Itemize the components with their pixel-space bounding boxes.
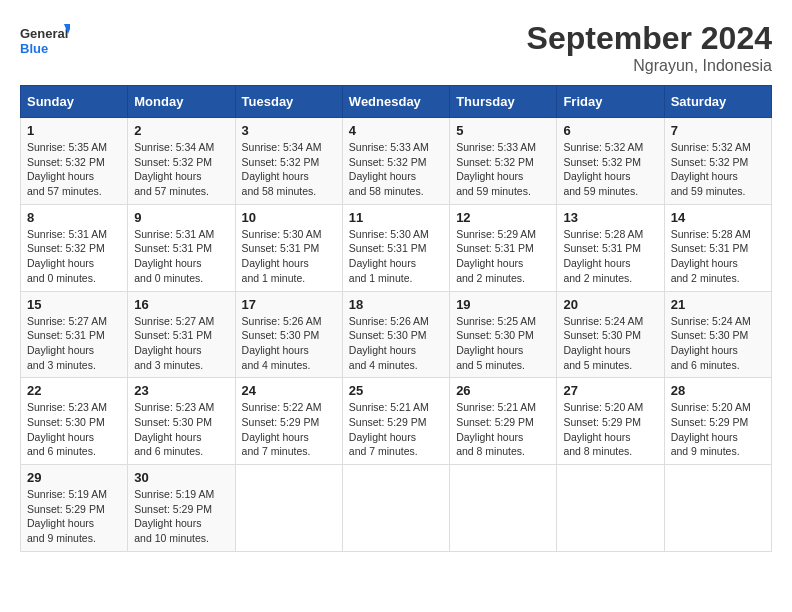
day-number: 18 xyxy=(349,297,443,312)
day-info: Sunrise: 5:24 AMSunset: 5:30 PMDaylight … xyxy=(671,314,765,373)
calendar-cell: 25 Sunrise: 5:21 AMSunset: 5:29 PMDaylig… xyxy=(342,378,449,465)
day-info: Sunrise: 5:21 AMSunset: 5:29 PMDaylight … xyxy=(349,400,443,459)
day-number: 26 xyxy=(456,383,550,398)
week-row-5: 29 Sunrise: 5:19 AMSunset: 5:29 PMDaylig… xyxy=(21,465,772,552)
header-day-monday: Monday xyxy=(128,86,235,118)
calendar-cell: 3 Sunrise: 5:34 AMSunset: 5:32 PMDayligh… xyxy=(235,118,342,205)
day-info: Sunrise: 5:32 AMSunset: 5:32 PMDaylight … xyxy=(563,140,657,199)
header-row: SundayMondayTuesdayWednesdayThursdayFrid… xyxy=(21,86,772,118)
calendar-cell: 13 Sunrise: 5:28 AMSunset: 5:31 PMDaylig… xyxy=(557,204,664,291)
day-number: 1 xyxy=(27,123,121,138)
day-info: Sunrise: 5:30 AMSunset: 5:31 PMDaylight … xyxy=(242,227,336,286)
calendar-cell: 19 Sunrise: 5:25 AMSunset: 5:30 PMDaylig… xyxy=(450,291,557,378)
calendar-cell xyxy=(342,465,449,552)
day-number: 7 xyxy=(671,123,765,138)
header-day-friday: Friday xyxy=(557,86,664,118)
logo-icon: General Blue xyxy=(20,20,70,60)
calendar-cell: 22 Sunrise: 5:23 AMSunset: 5:30 PMDaylig… xyxy=(21,378,128,465)
day-info: Sunrise: 5:19 AMSunset: 5:29 PMDaylight … xyxy=(134,487,228,546)
calendar-cell: 7 Sunrise: 5:32 AMSunset: 5:32 PMDayligh… xyxy=(664,118,771,205)
day-number: 13 xyxy=(563,210,657,225)
calendar-cell: 4 Sunrise: 5:33 AMSunset: 5:32 PMDayligh… xyxy=(342,118,449,205)
day-number: 17 xyxy=(242,297,336,312)
day-info: Sunrise: 5:33 AMSunset: 5:32 PMDaylight … xyxy=(456,140,550,199)
day-number: 27 xyxy=(563,383,657,398)
calendar-cell: 15 Sunrise: 5:27 AMSunset: 5:31 PMDaylig… xyxy=(21,291,128,378)
day-number: 5 xyxy=(456,123,550,138)
day-number: 28 xyxy=(671,383,765,398)
calendar-cell: 12 Sunrise: 5:29 AMSunset: 5:31 PMDaylig… xyxy=(450,204,557,291)
calendar-cell xyxy=(450,465,557,552)
day-info: Sunrise: 5:24 AMSunset: 5:30 PMDaylight … xyxy=(563,314,657,373)
day-info: Sunrise: 5:34 AMSunset: 5:32 PMDaylight … xyxy=(242,140,336,199)
calendar-cell: 26 Sunrise: 5:21 AMSunset: 5:29 PMDaylig… xyxy=(450,378,557,465)
day-info: Sunrise: 5:25 AMSunset: 5:30 PMDaylight … xyxy=(456,314,550,373)
day-info: Sunrise: 5:26 AMSunset: 5:30 PMDaylight … xyxy=(242,314,336,373)
week-row-3: 15 Sunrise: 5:27 AMSunset: 5:31 PMDaylig… xyxy=(21,291,772,378)
day-number: 29 xyxy=(27,470,121,485)
calendar-table: SundayMondayTuesdayWednesdayThursdayFrid… xyxy=(20,85,772,552)
day-info: Sunrise: 5:26 AMSunset: 5:30 PMDaylight … xyxy=(349,314,443,373)
month-title: September 2024 xyxy=(527,20,772,57)
week-row-1: 1 Sunrise: 5:35 AMSunset: 5:32 PMDayligh… xyxy=(21,118,772,205)
calendar-cell: 16 Sunrise: 5:27 AMSunset: 5:31 PMDaylig… xyxy=(128,291,235,378)
header-day-sunday: Sunday xyxy=(21,86,128,118)
day-number: 23 xyxy=(134,383,228,398)
calendar-cell: 14 Sunrise: 5:28 AMSunset: 5:31 PMDaylig… xyxy=(664,204,771,291)
calendar-cell: 27 Sunrise: 5:20 AMSunset: 5:29 PMDaylig… xyxy=(557,378,664,465)
day-info: Sunrise: 5:28 AMSunset: 5:31 PMDaylight … xyxy=(563,227,657,286)
day-number: 16 xyxy=(134,297,228,312)
day-number: 10 xyxy=(242,210,336,225)
header-day-thursday: Thursday xyxy=(450,86,557,118)
day-info: Sunrise: 5:32 AMSunset: 5:32 PMDaylight … xyxy=(671,140,765,199)
day-info: Sunrise: 5:27 AMSunset: 5:31 PMDaylight … xyxy=(134,314,228,373)
day-number: 2 xyxy=(134,123,228,138)
calendar-cell: 29 Sunrise: 5:19 AMSunset: 5:29 PMDaylig… xyxy=(21,465,128,552)
day-info: Sunrise: 5:33 AMSunset: 5:32 PMDaylight … xyxy=(349,140,443,199)
day-info: Sunrise: 5:21 AMSunset: 5:29 PMDaylight … xyxy=(456,400,550,459)
day-number: 22 xyxy=(27,383,121,398)
calendar-cell: 18 Sunrise: 5:26 AMSunset: 5:30 PMDaylig… xyxy=(342,291,449,378)
svg-text:General: General xyxy=(20,26,68,41)
calendar-cell: 11 Sunrise: 5:30 AMSunset: 5:31 PMDaylig… xyxy=(342,204,449,291)
day-info: Sunrise: 5:28 AMSunset: 5:31 PMDaylight … xyxy=(671,227,765,286)
day-info: Sunrise: 5:31 AMSunset: 5:31 PMDaylight … xyxy=(134,227,228,286)
calendar-cell: 30 Sunrise: 5:19 AMSunset: 5:29 PMDaylig… xyxy=(128,465,235,552)
day-info: Sunrise: 5:29 AMSunset: 5:31 PMDaylight … xyxy=(456,227,550,286)
day-number: 19 xyxy=(456,297,550,312)
calendar-cell: 17 Sunrise: 5:26 AMSunset: 5:30 PMDaylig… xyxy=(235,291,342,378)
day-number: 30 xyxy=(134,470,228,485)
calendar-cell: 9 Sunrise: 5:31 AMSunset: 5:31 PMDayligh… xyxy=(128,204,235,291)
day-info: Sunrise: 5:30 AMSunset: 5:31 PMDaylight … xyxy=(349,227,443,286)
day-number: 6 xyxy=(563,123,657,138)
day-number: 3 xyxy=(242,123,336,138)
day-info: Sunrise: 5:19 AMSunset: 5:29 PMDaylight … xyxy=(27,487,121,546)
day-info: Sunrise: 5:23 AMSunset: 5:30 PMDaylight … xyxy=(134,400,228,459)
day-info: Sunrise: 5:35 AMSunset: 5:32 PMDaylight … xyxy=(27,140,121,199)
day-number: 8 xyxy=(27,210,121,225)
calendar-cell xyxy=(235,465,342,552)
day-info: Sunrise: 5:20 AMSunset: 5:29 PMDaylight … xyxy=(563,400,657,459)
page-header: General Blue September 2024 Ngrayun, Ind… xyxy=(20,20,772,75)
day-number: 11 xyxy=(349,210,443,225)
calendar-cell: 1 Sunrise: 5:35 AMSunset: 5:32 PMDayligh… xyxy=(21,118,128,205)
day-info: Sunrise: 5:31 AMSunset: 5:32 PMDaylight … xyxy=(27,227,121,286)
calendar-cell: 24 Sunrise: 5:22 AMSunset: 5:29 PMDaylig… xyxy=(235,378,342,465)
day-number: 12 xyxy=(456,210,550,225)
day-info: Sunrise: 5:27 AMSunset: 5:31 PMDaylight … xyxy=(27,314,121,373)
calendar-cell: 20 Sunrise: 5:24 AMSunset: 5:30 PMDaylig… xyxy=(557,291,664,378)
header-day-saturday: Saturday xyxy=(664,86,771,118)
logo: General Blue xyxy=(20,20,70,60)
day-number: 15 xyxy=(27,297,121,312)
header-day-tuesday: Tuesday xyxy=(235,86,342,118)
day-info: Sunrise: 5:22 AMSunset: 5:29 PMDaylight … xyxy=(242,400,336,459)
week-row-2: 8 Sunrise: 5:31 AMSunset: 5:32 PMDayligh… xyxy=(21,204,772,291)
day-number: 21 xyxy=(671,297,765,312)
calendar-cell: 21 Sunrise: 5:24 AMSunset: 5:30 PMDaylig… xyxy=(664,291,771,378)
header-day-wednesday: Wednesday xyxy=(342,86,449,118)
calendar-cell: 5 Sunrise: 5:33 AMSunset: 5:32 PMDayligh… xyxy=(450,118,557,205)
calendar-cell: 8 Sunrise: 5:31 AMSunset: 5:32 PMDayligh… xyxy=(21,204,128,291)
day-number: 25 xyxy=(349,383,443,398)
day-info: Sunrise: 5:20 AMSunset: 5:29 PMDaylight … xyxy=(671,400,765,459)
calendar-cell xyxy=(557,465,664,552)
